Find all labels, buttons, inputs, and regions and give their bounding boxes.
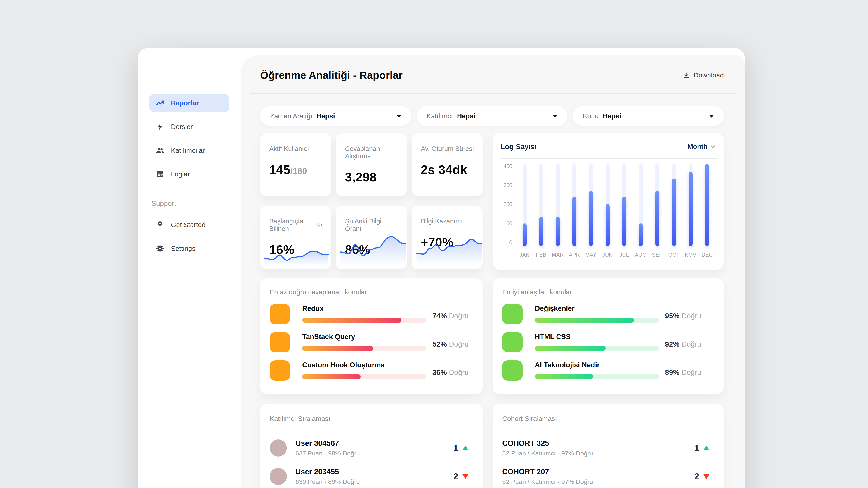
- y-axis-tick: 300: [499, 182, 512, 188]
- card-title: Katılımcı Sıralaması: [270, 415, 330, 422]
- cohort-detail: 52 Puan / Katılımcı - 97% Doğru: [502, 450, 593, 457]
- card-title: Cohort Sıralaması: [502, 415, 557, 422]
- sparkline-chart: [264, 241, 330, 265]
- page-title: Öğrenme Analitiği - Raporlar: [260, 69, 403, 81]
- stat-label: Şu Anki Bilgi Oranı: [345, 218, 398, 232]
- topic-row: Redux 74% Doğru: [270, 303, 472, 325]
- stat-label: Cevaplanan Alıştırma: [345, 145, 398, 160]
- x-axis-tick: DEC: [699, 252, 715, 258]
- rank-number: 2: [694, 472, 699, 482]
- sidebar-item-label: Raporlar: [171, 99, 199, 107]
- rank-number: 1: [454, 443, 458, 453]
- topic-name: Değişkenler: [535, 304, 659, 313]
- y-axis-tick: 100: [499, 221, 512, 227]
- caret-down-icon: [709, 115, 714, 118]
- bar-column: [616, 164, 632, 246]
- topic-name: AI Teknolojisi Nedir: [535, 361, 659, 369]
- bar-column: [699, 164, 715, 246]
- download-icon: [682, 71, 690, 79]
- x-axis-tick: FEB: [533, 252, 549, 258]
- bar-column: [632, 164, 649, 246]
- topic-percent-suffix: Doğru: [680, 312, 701, 320]
- participant-select[interactable]: Katılımcı: Hepsi: [416, 106, 567, 126]
- sparkline-chart: [415, 234, 483, 265]
- trend-up-icon: [703, 446, 710, 451]
- time-range-select[interactable]: Zaman Aralığı: Hepsi: [260, 106, 411, 126]
- x-axis-tick: OCT: [666, 252, 682, 258]
- sidebar-item-settings[interactable]: Settings: [149, 239, 229, 258]
- x-axis-tick: AUG: [632, 252, 649, 258]
- trend-down-icon: [703, 474, 710, 479]
- participant-name: User 304567: [296, 439, 360, 448]
- sidebar-item-loglar[interactable]: Loglar: [149, 165, 229, 183]
- download-button[interactable]: Download: [682, 71, 724, 79]
- topic-icon: [270, 332, 290, 352]
- stat-value: 2s 34dk: [421, 163, 467, 177]
- cohort-name: COHORT 207: [502, 467, 593, 476]
- progress-track: [302, 374, 426, 379]
- topic-percent: 52%: [432, 340, 447, 348]
- ranking-row: COHORT 325 52 Puan / Katılımcı - 97% Doğ…: [502, 436, 713, 460]
- stat-suffix: /180: [290, 166, 307, 176]
- sidebar-item-raporlar[interactable]: Raporlar: [149, 94, 229, 112]
- log-count-chart-card: Log Sayısı Month 0100200300400 JANFEBMAR…: [493, 133, 723, 269]
- progress-fill: [302, 374, 361, 379]
- stat-card-answered-exercises: Cevaplanan Alıştırma 3,298: [336, 133, 407, 196]
- x-axis-tick: JUL: [616, 252, 632, 258]
- cohort-ranking-card: Cohort Sıralaması COHORT 325 52 Puan / K…: [493, 404, 723, 488]
- stat-card-active-users: Aktif Kullanıcı 145/180: [260, 133, 331, 196]
- ranking-row: COHORT 207 52 Puan / Katılımcı - 97% Doğ…: [502, 464, 713, 488]
- sidebar-item-katilimcilar[interactable]: Katılımcılar: [149, 141, 229, 160]
- y-axis-tick: 200: [499, 201, 512, 207]
- filter-bar: Zaman Aralığı: Hepsi Katılımcı: Hepsi Ko…: [260, 106, 724, 126]
- people-icon: [155, 145, 165, 156]
- sidebar-item-get-started[interactable]: Get Started: [149, 216, 229, 234]
- best-understood-topics-card: En iyi anlaşılan konular Değişkenler 95%…: [493, 278, 723, 394]
- progress-fill: [535, 318, 634, 323]
- topic-percent: 74%: [432, 312, 447, 320]
- stat-value: 145: [269, 163, 290, 177]
- x-axis-tick: JUN: [599, 252, 616, 258]
- topic-name: Redux: [302, 304, 426, 313]
- topic-percent-suffix: Doğru: [680, 340, 701, 348]
- sidebar-item-dersler[interactable]: Dersler: [149, 118, 229, 136]
- filter-value: Hepsi: [603, 112, 621, 120]
- cohort-name: COHORT 325: [502, 439, 593, 448]
- topic-percent-suffix: Doğru: [447, 368, 469, 377]
- topic-name: HTML CSS: [535, 333, 659, 341]
- topic-row: Custom Hook Oluşturma 36% Doğru: [270, 359, 472, 382]
- topic-select[interactable]: Konu: Hepsi: [573, 106, 724, 126]
- avatar: [270, 468, 287, 485]
- x-axis-labels: JANFEBMARAPRMAYJUNJULAUGSEPOCTNOVDEC: [516, 252, 715, 258]
- stat-label: Bilgi Kazanımı: [421, 218, 463, 225]
- sidebar-item-label: Get Started: [171, 221, 206, 229]
- app-window: Raporlar Dersler Katılımcılar: [138, 48, 745, 488]
- least-correct-topics-card: En az doğru cevaplanan konular Redux 74%…: [260, 278, 483, 394]
- filter-label: Konu:: [583, 112, 600, 120]
- stat-label: Av. Oturum Süresi: [421, 145, 474, 153]
- stats-row-knowledge: Başlangıçta Bilinen 16% Şu Anki Bilgi Or…: [260, 206, 483, 269]
- trending-up-icon: [155, 98, 165, 108]
- topic-percent: 92%: [665, 340, 680, 348]
- sidebar-item-label: Dersler: [171, 123, 193, 131]
- progress-track: [535, 346, 659, 351]
- topic-percent: 89%: [665, 368, 680, 377]
- rank-number: 1: [694, 443, 699, 453]
- bar-plot: [516, 164, 715, 246]
- progress-track: [535, 374, 659, 379]
- chart-title: Log Sayısı: [500, 142, 537, 151]
- card-title: En iyi anlaşılan konular: [502, 288, 572, 296]
- period-selector[interactable]: Month: [688, 143, 716, 151]
- topic-percent: 95%: [665, 312, 680, 320]
- topic-icon: [502, 360, 523, 381]
- avatar: [270, 440, 287, 457]
- progress-track: [302, 318, 426, 323]
- participant-ranking-card: Katılımcı Sıralaması User 304567 637 Pua…: [260, 404, 483, 488]
- trend-up-icon: [462, 446, 469, 451]
- sparkline-chart: [339, 234, 407, 265]
- progress-fill: [302, 318, 401, 323]
- y-axis-tick: 400: [499, 163, 512, 169]
- gear-icon: [155, 243, 165, 254]
- topic-name: Custom Hook Oluşturma: [302, 361, 426, 369]
- main-panel: Öğrenme Analitiği - Raporlar Download Za…: [241, 55, 745, 488]
